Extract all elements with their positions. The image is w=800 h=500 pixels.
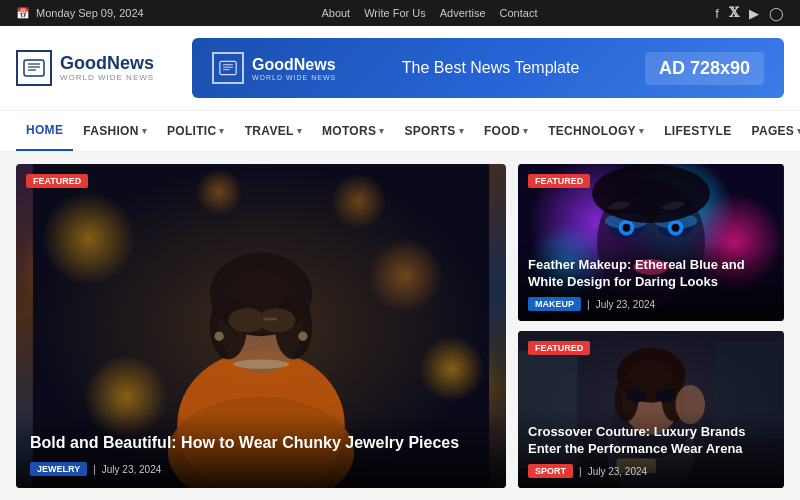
featured-badge-main: Featured bbox=[26, 174, 88, 188]
nav-sports[interactable]: SPORTS ▾ bbox=[395, 112, 474, 150]
calendar-icon: 📅 bbox=[16, 7, 30, 20]
ad-tagline: The Best News Template bbox=[352, 59, 629, 77]
svg-point-11 bbox=[419, 336, 484, 401]
svg-point-12 bbox=[331, 173, 387, 229]
nav-about[interactable]: About bbox=[321, 7, 350, 19]
ad-banner[interactable]: GoodNews WORLD WIDE NEWS The Best News T… bbox=[192, 38, 784, 98]
chevron-down-icon: ▾ bbox=[297, 126, 302, 136]
main-card-title: Bold and Beautiful: How to Wear Chunky J… bbox=[30, 433, 492, 454]
main-date-separator: | bbox=[93, 464, 96, 475]
nav-technology[interactable]: TECHNOLOGY ▾ bbox=[538, 112, 654, 150]
nav-home[interactable]: HOME bbox=[16, 111, 73, 151]
nav-lifestyle[interactable]: LIFESTYLE bbox=[654, 112, 741, 150]
nav-politic[interactable]: POLITIC ▾ bbox=[157, 112, 235, 150]
content-area: Featured Bold and Beautiful: How to Wear… bbox=[0, 152, 800, 500]
logo-icon bbox=[16, 50, 52, 86]
svg-rect-4 bbox=[220, 61, 236, 74]
sport-card-overlay: Crossover Couture: Luxury Brands Enter t… bbox=[518, 410, 784, 488]
nav-motors[interactable]: MOTORS ▾ bbox=[312, 112, 395, 150]
makeup-tag-badge[interactable]: MAKEUP bbox=[528, 297, 581, 311]
svg-point-52 bbox=[656, 389, 676, 403]
main-featured-card[interactable]: Featured Bold and Beautiful: How to Wear… bbox=[16, 164, 506, 488]
main-card-overlay: Bold and Beautiful: How to Wear Chunky J… bbox=[16, 413, 506, 488]
svg-rect-0 bbox=[24, 60, 44, 76]
ad-brand: GoodNews bbox=[252, 56, 336, 74]
logo[interactable]: GoodNews WORLD WIDE NEWS bbox=[16, 50, 176, 86]
ad-logo-text: GoodNews WORLD WIDE NEWS bbox=[252, 56, 336, 81]
header: GoodNews WORLD WIDE NEWS GoodNews WORLD … bbox=[0, 26, 800, 110]
makeup-card-date: July 23, 2024 bbox=[596, 299, 656, 310]
svg-point-26 bbox=[298, 332, 307, 341]
sport-card-meta: SPORT | July 23, 2024 bbox=[528, 464, 774, 478]
ad-logo: GoodNews WORLD WIDE NEWS bbox=[212, 52, 336, 84]
facebook-icon[interactable]: f bbox=[715, 6, 719, 21]
social-icons: f 𝕏 ▶ ◯ bbox=[715, 5, 784, 21]
chevron-down-icon: ▾ bbox=[459, 126, 464, 136]
chevron-down-icon: ▾ bbox=[142, 126, 147, 136]
sport-card-date: July 23, 2024 bbox=[588, 466, 648, 477]
top-bar: 📅 Monday Sep 09, 2024 About Write For Us… bbox=[0, 0, 800, 26]
right-column: Featured Feather Makeup: Ethereal Blue a… bbox=[518, 164, 784, 488]
nav-travel[interactable]: TRAVEL ▾ bbox=[235, 112, 312, 150]
chevron-down-icon: ▾ bbox=[523, 126, 528, 136]
svg-point-24 bbox=[233, 360, 289, 369]
svg-point-39 bbox=[623, 224, 631, 232]
nav-contact[interactable]: Contact bbox=[500, 7, 538, 19]
svg-point-51 bbox=[626, 389, 646, 403]
sport-date-sep: | bbox=[579, 466, 582, 477]
featured-badge-card2: Featured bbox=[528, 341, 590, 355]
featured-badge-card1: Featured bbox=[528, 174, 590, 188]
nav-pages[interactable]: PAGES ▾ bbox=[742, 112, 800, 150]
main-nav: HOME FASHION ▾ POLITIC ▾ TRAVEL ▾ MOTORS… bbox=[0, 110, 800, 152]
chevron-down-icon: ▾ bbox=[379, 126, 384, 136]
makeup-card[interactable]: Featured Feather Makeup: Ethereal Blue a… bbox=[518, 164, 784, 321]
chevron-down-icon: ▾ bbox=[639, 126, 644, 136]
svg-point-14 bbox=[196, 169, 243, 216]
svg-point-40 bbox=[672, 224, 680, 232]
makeup-card-meta: MAKEUP | July 23, 2024 bbox=[528, 297, 774, 311]
svg-point-25 bbox=[214, 332, 223, 341]
nav-advertise[interactable]: Advertise bbox=[440, 7, 486, 19]
top-bar-date-section: 📅 Monday Sep 09, 2024 bbox=[16, 7, 144, 20]
brand-sub: WORLD WIDE NEWS bbox=[60, 74, 154, 83]
svg-point-22 bbox=[258, 308, 295, 332]
svg-point-10 bbox=[368, 238, 442, 312]
sport-card-title: Crossover Couture: Luxury Brands Enter t… bbox=[528, 424, 774, 458]
twitter-x-icon[interactable]: 𝕏 bbox=[729, 5, 739, 21]
nav-write-for-us[interactable]: Write For Us bbox=[364, 7, 426, 19]
ad-sub: WORLD WIDE NEWS bbox=[252, 74, 336, 81]
ad-size: AD 728x90 bbox=[645, 52, 764, 85]
svg-rect-23 bbox=[264, 318, 277, 321]
logo-text: GoodNews WORLD WIDE NEWS bbox=[60, 54, 154, 83]
main-tag-badge[interactable]: JEWELRY bbox=[30, 462, 87, 476]
nav-fashion[interactable]: FASHION ▾ bbox=[73, 112, 157, 150]
makeup-date-sep: | bbox=[587, 299, 590, 310]
brand-name: GoodNews bbox=[60, 54, 154, 74]
nav-food[interactable]: FOOD ▾ bbox=[474, 112, 538, 150]
main-card-date: July 23, 2024 bbox=[102, 464, 162, 475]
makeup-card-overlay: Feather Makeup: Ethereal Blue and White … bbox=[518, 243, 784, 321]
sport-card[interactable]: Featured Crossover Couture: Luxury Brand… bbox=[518, 331, 784, 488]
youtube-icon[interactable]: ▶ bbox=[749, 6, 759, 21]
top-bar-nav: About Write For Us Advertise Contact bbox=[321, 7, 537, 19]
instagram-icon[interactable]: ◯ bbox=[769, 6, 784, 21]
ad-logo-icon bbox=[212, 52, 244, 84]
makeup-card-title: Feather Makeup: Ethereal Blue and White … bbox=[528, 257, 774, 291]
chevron-down-icon: ▾ bbox=[219, 126, 224, 136]
svg-point-42 bbox=[592, 164, 710, 223]
sport-tag-badge[interactable]: SPORT bbox=[528, 464, 573, 478]
svg-point-9 bbox=[42, 192, 135, 285]
main-card-meta: JEWELRY | July 23, 2024 bbox=[30, 462, 492, 476]
date-text: Monday Sep 09, 2024 bbox=[36, 7, 144, 19]
